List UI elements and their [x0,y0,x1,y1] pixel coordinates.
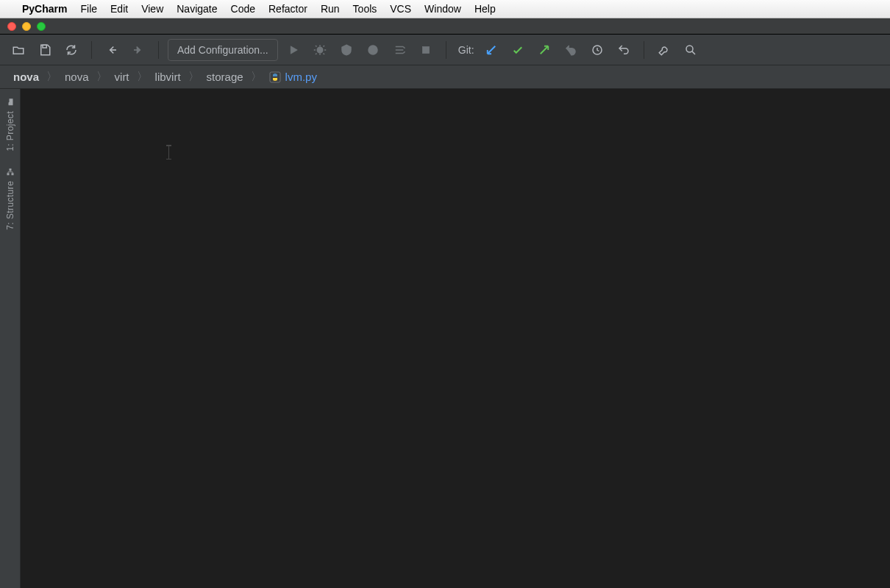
tool-tab-project[interactable]: 1: Project [5,98,15,151]
window-close-button[interactable] [7,22,16,31]
svg-rect-8 [11,173,13,175]
breadcrumb-file[interactable]: lvm.py [266,71,320,83]
window-zoom-button[interactable] [37,22,46,31]
tool-tab-structure-label: 7: Structure [5,181,15,230]
svg-point-1 [317,47,323,53]
search-icon[interactable] [680,39,702,61]
chevron-right-icon: 〉 [43,70,60,84]
run-icon [282,39,305,61]
profile-icon [362,39,384,61]
add-configuration-label: Add Configuration... [177,44,268,56]
menu-navigate[interactable]: Navigate [177,3,217,15]
git-label: Git: [458,44,474,56]
save-all-icon[interactable] [34,39,56,61]
ide-body: 1: Project 7: Structure [0,89,890,588]
menu-window[interactable]: Window [424,3,461,15]
git-rollback-icon [560,39,582,61]
window-minimize-button[interactable] [22,22,31,31]
chevron-right-icon: 〉 [134,70,151,84]
open-folder-icon[interactable] [7,39,29,61]
breadcrumb-item[interactable]: virt [112,71,132,83]
editor-area[interactable] [21,89,890,588]
tool-window-gutter: 1: Project 7: Structure [0,89,21,588]
macos-menu-bar: PyCharm File Edit View Navigate Code Ref… [0,0,890,18]
stop-icon [415,39,437,61]
git-push-icon[interactable] [533,39,555,61]
breadcrumb-file-label: lvm.py [285,71,317,83]
breadcrumb-item[interactable]: nova [10,71,42,83]
breadcrumb: nova 〉 nova 〉 virt 〉 libvirt 〉 storage 〉… [0,65,890,89]
git-commit-icon[interactable] [507,39,529,61]
back-arrow-icon[interactable] [101,39,123,61]
python-file-icon [269,71,281,83]
main-toolbar: Add Configuration... Git: [0,35,890,65]
menu-view[interactable]: View [141,3,163,15]
debug-icon [309,39,331,61]
svg-rect-7 [7,173,9,175]
chevron-right-icon: 〉 [93,70,110,84]
menu-tools[interactable]: Tools [353,3,377,15]
svg-rect-3 [422,46,429,53]
toolbar-separator [91,41,92,59]
git-history-icon[interactable] [586,39,608,61]
breadcrumb-item[interactable]: libvirt [152,71,184,83]
toolbar-separator [158,41,159,59]
concurrency-icon [388,39,410,61]
coverage-icon [335,39,357,61]
chevron-right-icon: 〉 [248,70,265,84]
toolbar-separator [644,41,644,59]
folder-icon [6,98,15,107]
tool-tab-structure[interactable]: 7: Structure [5,168,15,230]
undo-icon[interactable] [613,39,635,61]
add-configuration-button[interactable]: Add Configuration... [168,39,278,61]
svg-rect-0 [43,45,46,48]
tool-tab-project-label: 1: Project [5,111,15,151]
forward-arrow-icon [127,39,149,61]
svg-rect-9 [9,168,11,171]
menu-vcs[interactable]: VCS [390,3,411,15]
text-cursor-icon [166,145,171,159]
svg-point-5 [686,46,693,52]
breadcrumb-item[interactable]: nova [62,71,92,83]
menu-file[interactable]: File [80,3,97,15]
structure-icon [6,168,15,176]
menu-edit[interactable]: Edit [110,3,128,15]
menu-code[interactable]: Code [231,3,255,15]
git-update-icon[interactable] [480,39,502,61]
macos-app-name[interactable]: PyCharm [22,3,67,15]
toolbar-separator [446,41,446,59]
menu-help[interactable]: Help [474,3,496,15]
menu-run[interactable]: Run [321,3,340,15]
sync-icon[interactable] [60,39,82,61]
menu-refactor[interactable]: Refactor [268,3,307,15]
settings-wrench-icon[interactable] [653,39,675,61]
chevron-right-icon: 〉 [185,70,202,84]
breadcrumb-item[interactable]: storage [204,71,246,83]
window-titlebar [0,18,890,35]
